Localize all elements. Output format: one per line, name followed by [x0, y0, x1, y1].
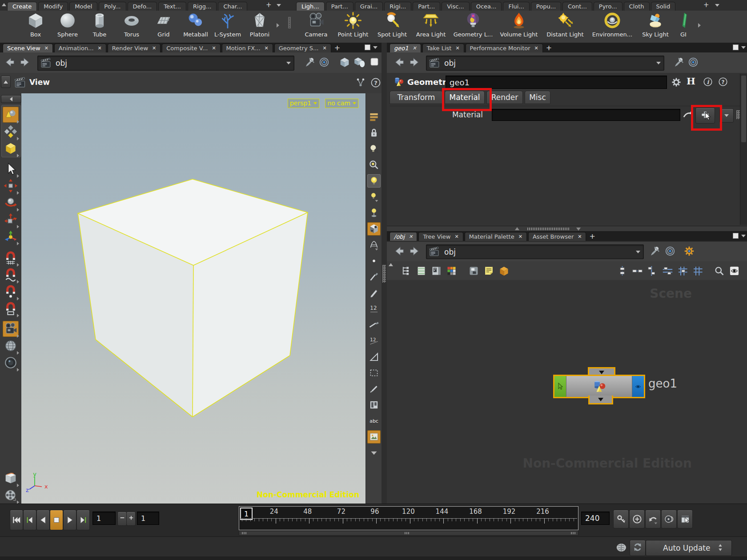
node-select-flag[interactable] — [554, 376, 566, 397]
network-canvas[interactable]: Scene Non-Commercial Edition — [387, 280, 747, 504]
tab-close-icon[interactable]: ✕ — [265, 45, 269, 51]
forward-button[interactable] — [408, 245, 421, 259]
follow-selection-icon[interactable] — [687, 56, 699, 70]
align-h-button[interactable] — [631, 264, 644, 277]
move-tool-tool[interactable] — [3, 178, 19, 194]
shelf-tool-box[interactable]: Box — [20, 12, 52, 41]
shelf-tab-defo[interactable]: Defo... — [128, 2, 157, 11]
forward-button[interactable] — [19, 56, 31, 70]
shelf-tab-char[interactable]: Char... — [218, 2, 247, 11]
tab-close-icon[interactable]: ✕ — [412, 45, 416, 51]
tab-close-icon[interactable]: ✕ — [578, 234, 582, 240]
camera-link-menu[interactable]: no cam — [325, 99, 358, 108]
chevron-down-button[interactable] — [367, 446, 381, 460]
frame-increment-button[interactable] — [126, 512, 136, 526]
marquee-button[interactable] — [367, 366, 381, 380]
help-icon[interactable]: ? — [370, 77, 382, 90]
shelf-menu-right-icon[interactable] — [715, 4, 719, 7]
grid-plain-button[interactable] — [691, 264, 704, 277]
snap-points-tool[interactable] — [3, 284, 19, 300]
snap-ring-tool[interactable] — [3, 300, 19, 316]
brush-button[interactable] — [367, 270, 381, 284]
divider-grip[interactable] — [382, 265, 386, 283]
tool-submenu-icon[interactable] — [17, 208, 19, 212]
shelf-tab-rigi[interactable]: Rigi... — [384, 2, 411, 11]
shelf-tab-model[interactable]: Model — [69, 2, 97, 11]
help-icon[interactable]: ? — [718, 76, 728, 89]
pane-maximize-icon[interactable] — [365, 44, 370, 50]
shelf-tab-cloth[interactable]: Cloth — [624, 2, 650, 11]
jump-start-button[interactable] — [10, 510, 23, 530]
shelf-divider-grip[interactable] — [288, 17, 291, 28]
pane-tab-geometry-s[interactable]: Geometry S...✕ — [274, 44, 331, 52]
shelf-tab-modify[interactable]: Modify — [38, 2, 68, 11]
tab-close-icon[interactable]: ✕ — [44, 45, 48, 51]
info-icon[interactable]: i — [703, 76, 713, 89]
headlight-off-button[interactable] — [367, 142, 381, 156]
shelf-tab-pyro[interactable]: Pyro... — [594, 2, 622, 11]
scroll-up-icon[interactable] — [389, 263, 393, 266]
shelf-tool-metaball[interactable]: Metaball — [180, 12, 212, 41]
shelf-tool-area-light[interactable]: Area Light — [412, 12, 450, 41]
small-light-button[interactable] — [367, 190, 381, 204]
shelf-tab-visc[interactable]: Visc... — [442, 2, 470, 11]
shelf-tool-sphere[interactable]: Sphere — [52, 12, 84, 41]
tab-close-icon[interactable]: ✕ — [409, 234, 413, 240]
play-forward-button[interactable] — [63, 510, 76, 530]
path-field[interactable]: obj — [426, 244, 644, 259]
tab-close-icon[interactable]: ✕ — [152, 45, 156, 51]
snapshot-button[interactable] — [367, 430, 381, 444]
shelf-tool-camera[interactable]: Camera — [299, 12, 333, 41]
net-list-button[interactable] — [414, 264, 428, 277]
undo-scope-button[interactable] — [645, 510, 661, 528]
divider-down-icon[interactable] — [576, 228, 581, 231]
linked-panes-icon[interactable] — [355, 77, 366, 90]
tool-submenu-icon[interactable] — [17, 314, 19, 317]
follow-selection-icon[interactable] — [318, 56, 330, 70]
pane-tab-motion-fx[interactable]: Motion FX...✕ — [222, 44, 273, 52]
pane-menu-icon[interactable] — [741, 46, 746, 49]
shelf-tab-solid[interactable]: Solid — [651, 2, 676, 11]
shelf-tab-cont[interactable]: Cont... — [562, 2, 592, 11]
node-body[interactable] — [553, 375, 645, 398]
shelf-tab-ocea[interactable]: Ocea... — [471, 2, 502, 11]
tab-close-icon[interactable]: ✕ — [212, 45, 216, 51]
back-button[interactable] — [4, 56, 16, 70]
pane-tab-scene-view[interactable]: Scene View✕ — [3, 44, 53, 52]
pane-tab-geo1[interactable]: geo1✕ — [390, 44, 421, 52]
shelf-collapse-icon[interactable] — [2, 3, 6, 6]
divider-up-icon[interactable] — [515, 227, 519, 230]
net-asset-button[interactable] — [497, 264, 510, 277]
tab-close-icon[interactable]: ✕ — [322, 45, 326, 51]
tool-submenu-icon[interactable] — [17, 368, 19, 372]
camera-menu[interactable]: persp1 — [288, 99, 319, 108]
back-button[interactable] — [393, 56, 406, 70]
tool-submenu-icon[interactable] — [17, 242, 19, 245]
cook-mode-icon[interactable] — [615, 541, 628, 556]
path-field[interactable]: obj — [37, 56, 294, 71]
light-stand-button[interactable] — [367, 206, 381, 220]
shelf-tool-l-system[interactable]: L-System — [212, 12, 244, 41]
pane-tab-tree-view[interactable]: Tree View✕ — [418, 232, 463, 241]
select-geometry-icon[interactable] — [338, 56, 351, 71]
snap-grid-tool[interactable] — [3, 250, 19, 266]
pane-collapse-button[interactable] — [1, 76, 11, 88]
shelf-tab-text[interactable]: Text... — [158, 2, 186, 11]
viewport[interactable]: persp1 no cam y x z Non-Commercial Editi… — [21, 93, 365, 504]
range-start-field[interactable] — [92, 512, 116, 525]
tool-submenu-icon[interactable] — [17, 191, 19, 195]
brush-tilt-button[interactable] — [367, 318, 381, 332]
pane-tab-animation[interactable]: Animation...✕ — [54, 44, 106, 52]
shelf-tool-platoni[interactable]: Platoni — [244, 12, 276, 41]
pin-icon[interactable] — [304, 56, 316, 70]
shelf-tool-environmen[interactable]: Environmen... — [589, 12, 636, 41]
pane-menu-icon[interactable] — [373, 46, 378, 49]
update-mode-dropdown[interactable]: Auto Update — [646, 540, 732, 556]
handles-mode-tool[interactable] — [3, 124, 19, 140]
shelf-overflow-right-icon[interactable] — [698, 23, 701, 28]
tool-submenu-icon[interactable] — [17, 484, 19, 487]
choose-operator-button[interactable] — [695, 108, 715, 124]
abc-button[interactable]: abc — [367, 414, 381, 428]
cube-object[interactable] — [21, 93, 365, 504]
snap-curve-tool[interactable] — [3, 267, 19, 283]
